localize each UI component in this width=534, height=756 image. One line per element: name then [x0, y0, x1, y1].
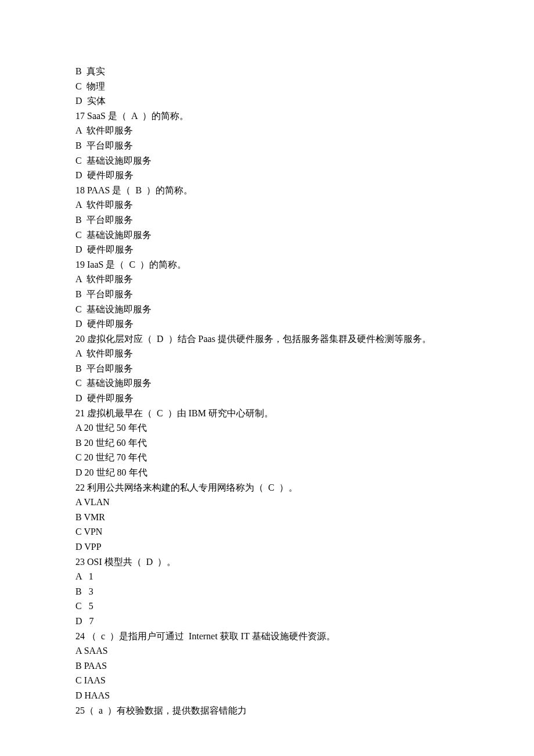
text-line: B 平台即服务 — [75, 138, 459, 153]
text-line: 23 OSI 模型共（ D ）。 — [75, 555, 459, 570]
text-line: D 实体 — [75, 93, 459, 109]
text-line: B 平台即服务 — [75, 213, 459, 228]
text-line: B 平台即服务 — [75, 361, 459, 376]
text-line: D 硬件即服务 — [75, 168, 459, 183]
text-line: B 真实 — [75, 64, 459, 79]
text-line: A 软件即服务 — [75, 272, 459, 287]
text-line: B PAAS — [75, 658, 459, 674]
text-line: D VPP — [75, 539, 459, 555]
document-page: B 真实 C 物理 D 实体 17 SaaS 是（ A ）的简称。 A 软件即服… — [0, 0, 534, 756]
text-line: 21 虚拟机最早在（ C ）由 IBM 研究中心研制。 — [75, 406, 459, 421]
text-line: A 20 世纪 50 年代 — [75, 420, 459, 435]
text-line: D 7 — [75, 614, 459, 629]
text-line: 19 IaaS 是（ C ）的简称。 — [75, 257, 459, 272]
text-line: D 硬件即服务 — [75, 242, 459, 257]
text-line: B 平台即服务 — [75, 287, 459, 302]
text-line: D HAAS — [75, 688, 459, 703]
text-line: A 软件即服务 — [75, 123, 459, 138]
text-line: C 基础设施即服务 — [75, 228, 459, 243]
text-line: A 1 — [75, 569, 459, 584]
text-line: C 5 — [75, 599, 459, 614]
text-line: 18 PAAS 是（ B ）的简称。 — [75, 183, 459, 198]
text-line: 22 利用公共网络来构建的私人专用网络称为（ C ）。 — [75, 480, 459, 495]
text-line: 25（ a ）有校验数据，提供数据容错能力 — [75, 703, 459, 718]
text-line: D 硬件即服务 — [75, 391, 459, 406]
text-line: 24 （ c ）是指用户可通过 Internet 获取 IT 基础设施硬件资源。 — [75, 629, 459, 644]
text-line: C IAAS — [75, 673, 459, 688]
text-line: C 基础设施即服务 — [75, 376, 459, 391]
text-line: C 基础设施即服务 — [75, 153, 459, 168]
text-line: D 硬件即服务 — [75, 316, 459, 332]
text-line: 17 SaaS 是（ A ）的简称。 — [75, 109, 459, 124]
text-line: C VPN — [75, 524, 459, 539]
text-line: C 物理 — [75, 79, 459, 94]
text-line: C 20 世纪 70 年代 — [75, 450, 459, 465]
text-line: B VMR — [75, 510, 459, 525]
text-line: A VLAN — [75, 495, 459, 510]
text-line: B 3 — [75, 584, 459, 599]
text-line: D 20 世纪 80 年代 — [75, 465, 459, 480]
text-line: A 软件即服务 — [75, 197, 459, 213]
text-line: 20 虚拟化层对应（ D ）结合 Paas 提供硬件服务，包括服务器集群及硬件检… — [75, 332, 459, 347]
text-line: B 20 世纪 60 年代 — [75, 435, 459, 451]
text-line: C 基础设施即服务 — [75, 302, 459, 317]
text-line: A 软件即服务 — [75, 346, 459, 361]
text-line: A SAAS — [75, 643, 459, 658]
